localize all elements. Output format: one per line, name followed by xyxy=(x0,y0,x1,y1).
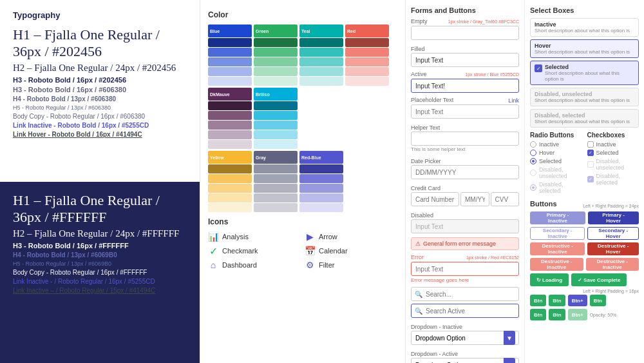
radio-inactive-circle xyxy=(530,141,536,148)
dropdown-inactive-select[interactable]: Dropdown Option xyxy=(411,331,519,345)
btn-small-1[interactable]: Btn xyxy=(530,295,546,306)
color-row-3: Yellow#F7B731 Gray#606380 Red-Blue#5255C… xyxy=(208,151,397,212)
typo-h4-light: H4 - Roboto Bold / 13px / #606380 xyxy=(13,95,187,103)
select-box-hover[interactable]: Hover Short description about what this … xyxy=(530,39,639,58)
icon-item-filter: ⚙ Filter xyxy=(305,260,397,270)
save-icon: ✓ xyxy=(578,277,582,283)
destructive-hover-button[interactable]: Destructive - Hover xyxy=(587,242,639,255)
dropdown-inactive-wrap: Dropdown Option ▼ xyxy=(411,331,519,345)
typo-link-hover-dark[interactable]: Link Inactive – / Roboto Regular / 15px … xyxy=(13,287,187,294)
dropdown-inactive-label: Dropdown - Inactive xyxy=(411,324,462,330)
primary-hover-button[interactable]: Primary - Hover xyxy=(588,211,639,224)
check-selected[interactable]: ✓Selected xyxy=(587,150,639,156)
radio-title: Radio Buttons xyxy=(530,132,582,139)
select-box-disabled-selected-desc: Short description about what this option… xyxy=(535,119,634,124)
placeholder-input[interactable] xyxy=(411,104,519,119)
search-input[interactable] xyxy=(411,287,519,301)
typo-h5-light: H5 - Roboto Regular / 13px / #606380 xyxy=(13,104,187,111)
disabled-input xyxy=(411,219,519,233)
helper-input[interactable] xyxy=(411,132,519,146)
search-active-wrap: 🔍 xyxy=(411,304,519,318)
form-placeholder: Placeholder Text Link xyxy=(411,97,519,119)
swatch-blue-tint40 xyxy=(208,57,252,66)
swatch-blue-shade01 xyxy=(208,38,252,47)
credit-date-input[interactable] xyxy=(460,192,489,206)
btn-row-green-loading: ↻Loading ✓Save Complete xyxy=(530,273,639,286)
filled-input[interactable] xyxy=(411,53,519,67)
typo-link-inactive-light[interactable]: Link Inactive - Roboto Bold / 16px / #52… xyxy=(13,122,187,129)
opacity-label: Opacity: 50% xyxy=(590,313,617,317)
btn-small-2[interactable]: Btn xyxy=(549,295,565,306)
arrow-label: Arrow xyxy=(319,233,337,240)
typo-h5-dark: H5 - Roboto Regular / 13px / #6069B0 xyxy=(13,260,187,267)
empty-input[interactable] xyxy=(411,26,519,40)
credit-cvv-input[interactable] xyxy=(491,192,520,206)
swatch-green-tint80 xyxy=(254,77,298,86)
typography-light-section: Typography H1 – Fjalla One Regular / 36p… xyxy=(0,0,200,182)
radio-disabled-sel-circle xyxy=(530,184,536,191)
primary-inactive-button[interactable]: Primary - Inactive xyxy=(530,211,585,224)
credit-number-input[interactable] xyxy=(411,192,459,206)
error-hint: 1px stroke / Red #EC6152 xyxy=(466,255,519,260)
btn-small-opacity[interactable]: Btn+ xyxy=(568,309,587,320)
date-label: Date Picker xyxy=(411,158,441,164)
radio-selected[interactable]: Selected xyxy=(530,158,582,164)
typo-body-light: Body Copy - Roboto Regular / 16px / #606… xyxy=(13,113,187,120)
select-box-inactive[interactable]: Inactive Short description about what th… xyxy=(530,18,639,37)
destructive-inactive-button-3[interactable]: Destructive - Inactive xyxy=(586,258,639,271)
form-disabled: Disabled xyxy=(411,210,519,233)
radio-disabled-sel: Disabled, selected xyxy=(530,181,582,194)
btn-small-6[interactable]: Btn xyxy=(549,309,565,320)
select-box-selected[interactable]: ✓ Selected Short description about what … xyxy=(530,61,639,85)
swatch-blue-tint80 xyxy=(208,77,252,86)
secondary-inactive-button[interactable]: Secondary - Inactive xyxy=(530,227,585,240)
secondary-hover-button[interactable]: Secondary - Hover xyxy=(587,227,639,240)
typo-link-hover-light[interactable]: Link Hover - Roboto Bold / 16px / #41494… xyxy=(13,131,187,138)
loading-icon: ↻ xyxy=(536,277,541,283)
check-inactive[interactable]: Inactive xyxy=(587,141,639,148)
select-box-disabled-selected-title: Disabled, selected xyxy=(535,112,634,119)
form-active: Active 1px stroke / Blue #5255CD xyxy=(411,71,519,93)
select-box-disabled-unselected: Disabled, unselected Short description a… xyxy=(530,88,639,106)
typo-h1-dark: H1 – Fjalla One Regular / 36px / #FFFFFF xyxy=(13,192,187,226)
btn-row-destructive-hover: Destructive - Inactive Destructive - Hov… xyxy=(530,242,639,255)
radio-disabled-unsel: Disabled, unselected xyxy=(530,166,582,179)
active-input[interactable] xyxy=(411,79,519,93)
swatch-teal-tint80 xyxy=(299,77,343,86)
destructive-inactive-button-1[interactable]: Destructive - Inactive xyxy=(530,242,585,255)
dropdown-active-select[interactable]: Dropdown Option xyxy=(411,358,519,363)
radio-disabled-sel-label: Disabled, selected xyxy=(539,181,582,194)
radio-hover[interactable]: Hover xyxy=(530,150,582,156)
dropdown-active-arrow-icon: ▼ xyxy=(504,358,515,363)
loading-button[interactable]: ↻Loading xyxy=(530,273,569,286)
typo-body-dark: Body Copy - Roboto Regular / 16px / #FFF… xyxy=(13,269,187,276)
check-disabled-unsel-label: Disabled, unselected xyxy=(596,158,639,171)
radio-disabled-unsel-circle xyxy=(530,170,536,176)
color-col-brillso: Brillso#00AEDB xyxy=(254,88,298,149)
btn-small-4[interactable]: Btn xyxy=(590,295,606,306)
radio-inactive[interactable]: Inactive xyxy=(530,141,582,148)
select-box-disabled-selected: Disabled, selected Short description abo… xyxy=(530,109,639,128)
btn-small-5[interactable]: Btn xyxy=(530,309,546,320)
arrow-icon: ▶ xyxy=(305,231,315,242)
typography-dark-section: H1 – Fjalla One Regular / 36px / #FFFFFF… xyxy=(0,182,200,364)
typo-link-inactive-dark[interactable]: Link Inactive - / Roboto Regular / 16px … xyxy=(13,278,187,285)
padding-label-small: Left + Right Padding = 16px xyxy=(530,289,639,293)
error-message: Error message goes here xyxy=(411,277,519,283)
swatch-green-tint40 xyxy=(254,57,298,66)
swatch-red-tint20 xyxy=(345,48,389,57)
select-box-selected-desc: Short description about what this option… xyxy=(545,70,634,82)
link-label[interactable]: Link xyxy=(508,97,519,104)
destructive-inactive-button-2[interactable]: Destructive - Inactive xyxy=(530,258,583,271)
error-box: ⚠ General form error message xyxy=(411,237,519,250)
save-complete-button[interactable]: ✓Save Complete xyxy=(571,273,627,286)
search-active-input[interactable] xyxy=(411,304,519,318)
typo-h2-light: H2 – Fjalla One Regular / 24px / #202456 xyxy=(13,63,187,74)
btn-small-3[interactable]: Btn+ xyxy=(568,295,587,306)
forms-column: Forms and Buttons Empty 1px stroke / Gra… xyxy=(406,0,525,363)
form-datepicker: Date Picker xyxy=(411,156,519,179)
swatch-red-tint40 xyxy=(345,57,389,66)
color-col-green: Green#27AE60 xyxy=(254,25,298,86)
error-input[interactable] xyxy=(411,262,519,276)
date-input[interactable] xyxy=(411,165,519,179)
